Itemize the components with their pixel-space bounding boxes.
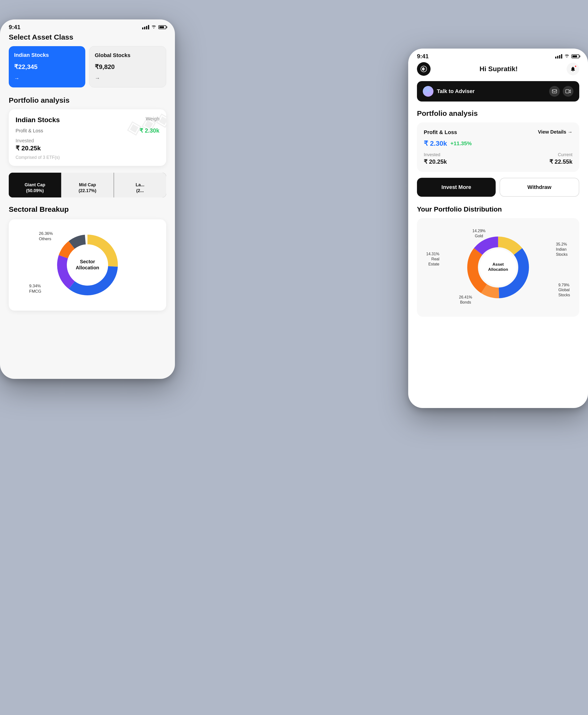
svg-text:Allocation: Allocation (488, 267, 508, 272)
giant-cap-label: Giant Cap (50.09%) (24, 182, 45, 193)
status-icons-back (142, 24, 166, 30)
pnl-label-back: Profit & Loss (16, 128, 43, 134)
sector-donut-container: 26.36%Others 9.34%FMCG Sector Allocation (24, 226, 151, 304)
svg-text:Sector: Sector (80, 259, 95, 264)
portfolio-analysis-title-front: Portfolio analysis (417, 109, 579, 117)
notification-dot (574, 65, 577, 67)
pa-pnl-pct: +11.35% (450, 140, 471, 147)
time-back: 9:41 (9, 24, 20, 30)
status-icons-front (555, 54, 579, 59)
time-front: 9:41 (417, 53, 428, 60)
action-buttons: Invest More Withdraw (417, 178, 579, 197)
sector-fmcg-label: 9.34%FMCG (29, 283, 41, 294)
portfolio-card-header: Indian Stocks Weigh (16, 116, 160, 124)
battery-icon-front (571, 55, 579, 58)
svg-rect-9 (566, 90, 569, 93)
pa-header: Profit & Loss View Details → (424, 129, 572, 135)
pa-pnl-label: Profit & Loss (424, 129, 457, 135)
app-logo (417, 62, 430, 76)
global-stocks-label: Global Stocks (95, 52, 161, 59)
svg-text:Asset: Asset (492, 262, 504, 267)
invested-value-back: ₹ 20.25k (16, 145, 160, 152)
greeting-text: Hi Supratik! (479, 65, 518, 73)
indian-stocks-card[interactable]: Indian Stocks ₹22,345 → (9, 46, 85, 87)
sectoral-breakup-title: Sectoral Breakup (9, 205, 166, 214)
current-value: ₹ 22.55k (549, 158, 572, 165)
global-stocks-card[interactable]: Global Stocks ₹9,820 → (89, 46, 166, 87)
wifi-icon-front (564, 54, 569, 59)
pa-card: Profit & Loss View Details → ₹ 2.30k +11… (417, 123, 579, 172)
battery-icon (159, 25, 166, 29)
withdraw-button[interactable]: Withdraw (500, 178, 579, 197)
real-estate-label: 14.31%RealEstate (426, 252, 439, 267)
adviser-banner[interactable]: Talk to Adviser (417, 81, 579, 102)
portfolio-analysis-title-back: Portfolio analysis (9, 96, 166, 104)
status-bar-front: 9:41 (408, 48, 588, 62)
adviser-left: Talk to Adviser (423, 86, 475, 97)
current-label: Current (549, 152, 572, 157)
watermark: ◈◈◈ (124, 109, 166, 139)
indian-stocks-label: 35.2%IndianStocks (556, 242, 568, 257)
indian-stocks-value: ₹22,345 (14, 63, 80, 71)
asset-allocation-svg: Asset Allocation (464, 233, 532, 301)
pa-pnl-amount: ₹ 2.30k (424, 139, 447, 147)
gold-label: 14.29%Gold (472, 229, 485, 239)
invested-block: Invested ₹ 20.25k (424, 152, 447, 165)
invested-label-front: Invested (424, 152, 447, 157)
asset-cards: Indian Stocks ₹22,345 → Global Stocks ₹9… (9, 46, 166, 87)
large-cap-label: La... (2... (135, 182, 144, 193)
sectoral-chart-card: 26.36%Others 9.34%FMCG Sector Allocation (9, 219, 166, 311)
cap-tabs: Giant Cap (50.09%) Mid Cap (22.17%) La..… (9, 173, 166, 197)
pa-meta-row: Invested ₹ 20.25k Current ₹ 22.55k (424, 152, 572, 165)
top-bar: Hi Supratik! (417, 62, 579, 76)
weight-label: Weigh (146, 116, 160, 122)
large-cap-tab[interactable]: La... (2... (114, 173, 166, 197)
current-block: Current ₹ 22.55k (549, 152, 572, 165)
mid-cap-label: Mid Cap (22.17%) (79, 182, 96, 193)
video-icon (565, 89, 571, 93)
global-stocks-value: ₹9,820 (95, 63, 161, 71)
invest-more-button[interactable]: Invest More (417, 178, 496, 197)
email-icon (552, 89, 557, 93)
mid-cap-tab[interactable]: Mid Cap (22.17%) (61, 173, 114, 197)
notification-button[interactable] (567, 63, 579, 75)
invested-value-front: ₹ 20.25k (424, 158, 447, 165)
signal-icon-front (555, 54, 562, 59)
global-stocks-label: 9.79%GlobalStocks (558, 283, 570, 298)
svg-rect-8 (552, 90, 556, 93)
portfolio-analysis-card-back: ◈◈◈ Indian Stocks Weigh Profit & Loss ₹ … (9, 109, 166, 166)
portfolio-card-title: Indian Stocks (16, 116, 60, 124)
email-button[interactable] (549, 86, 560, 97)
sector-donut-svg: Sector Allocation (54, 231, 122, 299)
indian-stocks-label: Indian Stocks (14, 52, 80, 58)
giant-cap-tab[interactable]: Giant Cap (50.09%) (9, 173, 61, 197)
phone-back: 9:41 Select Asset Class (0, 19, 175, 379)
distribution-card: 14.29%Gold 35.2%IndianStocks 9.79%Global… (417, 218, 579, 317)
view-details-link[interactable]: View Details → (538, 129, 572, 135)
pa-pnl-row: ₹ 2.30k +11.35% (424, 139, 572, 147)
asset-class-title: Select Asset Class (9, 33, 166, 41)
bonds-label: 26.41%Bonds (459, 295, 472, 305)
distribution-title: Your Portfolio Distribution (417, 205, 579, 213)
sector-others-label: 26.36%Others (39, 231, 53, 242)
pnl-value-back: ₹ 2.30k (140, 127, 160, 134)
pnl-row: Profit & Loss ₹ 2.30k (16, 127, 160, 134)
svg-text:Allocation: Allocation (76, 265, 99, 270)
invested-label-back: Invested (16, 138, 160, 144)
asset-allocation-chart: 14.29%Gold 35.2%IndianStocks 9.79%Global… (424, 225, 572, 310)
phone-front: 9:41 (408, 48, 588, 408)
signal-icon (142, 25, 149, 29)
invested-row-back: Invested ₹ 20.25k (16, 138, 160, 152)
etf-note: Comprised of 3 ETF(s) (16, 155, 160, 160)
adviser-avatar (423, 86, 434, 97)
indian-stocks-arrow: → (14, 75, 80, 82)
adviser-icons (549, 86, 573, 97)
video-button[interactable] (563, 86, 573, 97)
adviser-text: Talk to Adviser (437, 88, 475, 94)
wifi-icon (151, 24, 156, 30)
global-stocks-arrow: → (95, 75, 161, 81)
status-bar-back: 9:41 (0, 19, 175, 33)
